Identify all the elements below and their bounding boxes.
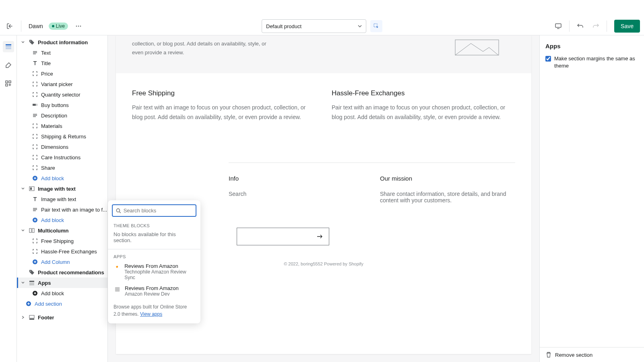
plus-icon: [25, 301, 32, 306]
block-item[interactable]: Pair text with an image to f...: [17, 204, 107, 215]
hero-section: collection, or blog post. Add details on…: [116, 35, 531, 73]
trash-icon: [545, 352, 552, 358]
app-subtitle: Technophile Amazon Review Sync: [124, 269, 195, 280]
main-area: Product information TextTitlePriceVarian…: [0, 35, 644, 362]
footer-text: Share contact information, store details…: [380, 191, 515, 204]
block-icon: [31, 81, 39, 87]
block-item[interactable]: Text: [17, 47, 107, 58]
redo-icon: [592, 23, 599, 30]
block-icon: [31, 102, 39, 108]
svg-rect-4: [555, 24, 561, 27]
svg-rect-24: [29, 284, 34, 285]
view-apps-link[interactable]: View apps: [140, 311, 162, 317]
margins-checkbox[interactable]: [545, 56, 551, 62]
block-item[interactable]: Free Shipping: [17, 236, 107, 246]
section-tree[interactable]: Product information TextTitlePriceVarian…: [17, 35, 108, 362]
block-item[interactable]: Care Instructions: [17, 152, 107, 162]
inspector-toggle[interactable]: [370, 20, 382, 32]
block-item[interactable]: Hassle-Free Exchanges: [17, 246, 107, 257]
block-item[interactable]: Shipping & Returns: [17, 131, 107, 142]
svg-rect-7: [6, 48, 11, 49]
add-block-pi[interactable]: Add block: [17, 173, 107, 183]
popover-app-item-1[interactable]: 🔸 Reviews From AmazonTechnophile Amazon …: [108, 261, 200, 283]
column-title: Hassle-Free Exchanges: [332, 89, 515, 97]
template-select[interactable]: Default product: [262, 19, 366, 33]
svg-rect-9: [9, 81, 11, 83]
block-label: Materials: [41, 123, 62, 129]
block-item[interactable]: Title: [17, 58, 107, 68]
email-signup-input[interactable]: [237, 228, 329, 245]
svg-point-21: [30, 271, 31, 272]
save-button[interactable]: Save: [614, 20, 640, 33]
block-icon: [31, 154, 39, 160]
exit-editor-button[interactable]: [4, 21, 15, 32]
rail-app-embeds[interactable]: [3, 78, 14, 89]
block-label: Price: [41, 71, 53, 77]
popover-footer: Browse apps built for Online Store 2.0 t…: [108, 299, 200, 319]
svg-rect-22: [29, 281, 34, 282]
app-title: Reviews From Amazon: [125, 285, 179, 291]
block-icon: [31, 92, 39, 97]
section-image-with-text[interactable]: Image with text: [17, 183, 107, 194]
section-product-information[interactable]: Product information: [17, 37, 107, 47]
block-item[interactable]: Dimensions: [17, 142, 107, 152]
add-block-iwt[interactable]: Add block: [17, 215, 107, 225]
svg-point-2: [80, 26, 81, 27]
svg-rect-16: [30, 187, 32, 190]
margins-checkbox-row[interactable]: Make section margins the same as theme: [545, 55, 638, 70]
popover-no-blocks: No blocks available for this section.: [108, 230, 200, 247]
svg-point-30: [116, 209, 120, 212]
add-block-apps[interactable]: Add block: [17, 288, 107, 298]
image-text-icon: [28, 186, 35, 191]
block-icon: [31, 134, 39, 139]
popover-app-item-2[interactable]: ▦ Reviews From AmazonAmazon Review Dev: [108, 283, 200, 299]
block-search-input[interactable]: [124, 208, 192, 214]
section-product-recommendations[interactable]: Product recommendations: [17, 267, 107, 278]
more-menu-button[interactable]: [73, 21, 84, 32]
column-hassle-free: Hassle-Free Exchanges Pair text with an …: [332, 89, 515, 122]
block-item[interactable]: Quantity selector: [17, 89, 107, 100]
dots-icon: [75, 23, 82, 29]
section-footer[interactable]: Footer: [17, 312, 107, 323]
redo-button[interactable]: [589, 19, 603, 33]
chevron-down-icon: [21, 281, 25, 284]
plus-icon: [31, 290, 39, 296]
rail-theme-settings[interactable]: [3, 60, 14, 71]
block-item[interactable]: Share: [17, 162, 107, 173]
block-item[interactable]: Variant picker: [17, 79, 107, 89]
live-label: Live: [56, 23, 65, 29]
topbar: Dawn Live Default product Save: [0, 0, 644, 35]
app-icon: ▦: [114, 285, 121, 292]
section-apps[interactable]: Apps: [17, 278, 107, 288]
footer-link-search[interactable]: Search: [229, 191, 364, 197]
block-label: Care Instructions: [41, 154, 80, 160]
device-desktop-button[interactable]: [551, 19, 565, 33]
block-item[interactable]: Buy buttons: [17, 100, 107, 110]
section-multicolumn[interactable]: Multicolumn: [17, 225, 107, 236]
block-item[interactable]: Image with text: [17, 194, 107, 204]
add-column[interactable]: Add Column: [17, 257, 107, 267]
block-item[interactable]: Materials: [17, 121, 107, 131]
chevron-down-icon: [21, 187, 25, 190]
add-section[interactable]: Add section: [17, 298, 107, 309]
block-search-field[interactable]: [112, 204, 196, 217]
undo-button[interactable]: [574, 19, 587, 33]
block-icon: [31, 144, 39, 150]
section-label: Image with text: [38, 186, 76, 192]
block-label: Hassle-Free Exchanges: [41, 249, 97, 255]
column-free-shipping: Free Shipping Pair text with an image to…: [132, 89, 316, 122]
remove-section-button[interactable]: Remove section: [540, 347, 644, 362]
rail-sections[interactable]: [3, 41, 14, 52]
app-subtitle: Amazon Review Dev: [125, 291, 179, 297]
block-label: Share: [41, 165, 55, 171]
block-icon: [31, 123, 39, 129]
block-item[interactable]: Description: [17, 110, 107, 121]
block-label: Text: [41, 50, 51, 56]
block-icon: [31, 165, 39, 171]
block-item[interactable]: Price: [17, 68, 107, 79]
block-icon: [31, 50, 39, 56]
section-label: Product information: [38, 39, 88, 45]
add-block-popover: THEME BLOCKS No blocks available for thi…: [108, 200, 200, 323]
app-icon: 🔸: [114, 263, 120, 270]
block-icon: [31, 113, 39, 118]
